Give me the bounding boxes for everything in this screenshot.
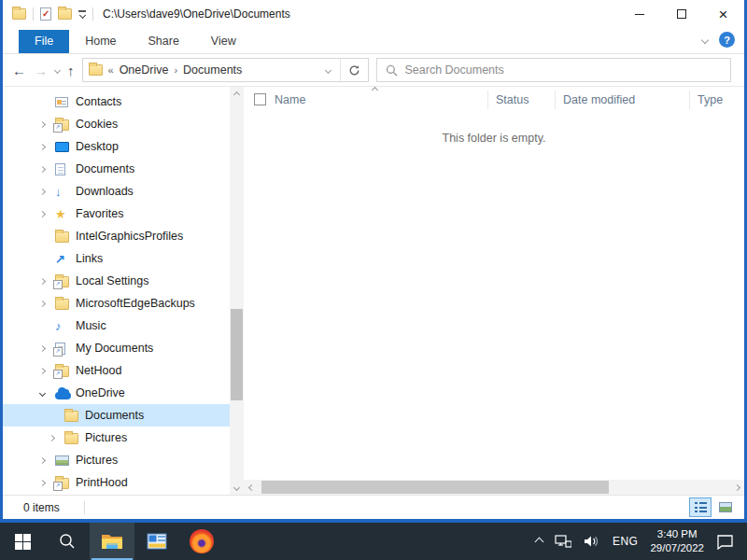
expand-ribbon-chevron-icon[interactable] [701,35,709,43]
picture-icon [55,455,76,466]
title-bar: C:\Users\dave9\OneDrive\Documents × [3,0,744,28]
tray-overflow-button[interactable] [536,539,543,545]
tree-item-links[interactable]: ↗Links [3,247,230,270]
chevron-right-icon[interactable] [39,479,46,485]
details-view-icon [695,502,707,512]
tree-item-pictures[interactable]: Pictures [3,427,230,449]
breadcrumb-overflow-button[interactable]: « [108,64,114,76]
tree-item-nethood[interactable]: NetHood [3,359,230,382]
select-all-checkbox[interactable] [254,93,266,105]
tree-item-intelgraphicsprofiles[interactable]: IntelGraphicsProfiles [3,225,230,247]
window-controls: × [618,0,744,28]
folder-icon [64,431,85,444]
cloud-icon [55,387,76,399]
breadcrumb-segment-documents[interactable]: Documents [183,63,242,77]
refresh-button[interactable] [340,59,368,81]
close-button[interactable]: × [702,0,744,28]
divider [33,7,34,21]
tree-item-local-settings[interactable]: Local Settings [3,270,230,292]
tree-item-label: MicrosoftEdgeBackups [76,297,195,310]
column-header-label: Type [698,93,723,106]
folder-icon [89,64,103,76]
forward-button[interactable]: → [34,63,48,77]
tree-item-my-documents[interactable]: My Documents [3,337,230,359]
folder-tree: ContactsCookiesDesktopDocuments↓Download… [3,91,230,494]
taskbar-file-explorer-button[interactable] [90,523,134,560]
tab-home[interactable]: Home [69,30,132,53]
folder-shortcut-icon [55,118,76,131]
maximize-button[interactable] [660,0,702,28]
back-button[interactable]: ← [12,63,26,77]
scroll-right-button[interactable] [729,480,744,495]
column-header-date-modified[interactable]: Date modified [556,91,690,109]
tab-view[interactable]: View [195,30,252,53]
chevron-right-icon[interactable] [39,277,46,284]
properties-check-icon[interactable] [40,7,51,21]
chevron-right-icon[interactable] [39,143,46,149]
tree-item-onedrive[interactable]: OneDrive [3,382,230,404]
tree-item-music[interactable]: ♪Music [3,315,230,337]
scrollbar-thumb[interactable] [231,309,243,400]
ribbon-tab-bar: FileHomeShareView ? [3,28,744,54]
taskbar-clock[interactable]: 3:40 PM 29/07/2022 [650,527,704,555]
column-header-status[interactable]: Status [488,91,556,109]
large-icons-view-button[interactable] [714,497,737,517]
details-view-button[interactable] [689,497,712,517]
minimize-icon [635,14,644,15]
tab-file[interactable]: File [19,30,69,53]
scroll-up-button[interactable] [230,87,244,102]
scroll-down-button[interactable] [230,480,244,495]
tree-item-favorites[interactable]: ★Favorites [3,203,230,225]
column-header-name[interactable]: Name [244,91,488,109]
chevron-right-icon[interactable] [39,367,46,373]
desktop: C:\Users\dave9\OneDrive\Documents × File… [0,0,747,560]
tree-item-pictures[interactable]: Pictures [3,449,230,471]
chevron-right-icon[interactable] [39,165,46,172]
search-icon [386,64,398,77]
address-bar[interactable]: « OneDrive › Documents [82,58,369,82]
customize-chevron-icon[interactable] [78,10,86,18]
expander-cell [40,212,55,217]
network-tray-button[interactable] [555,534,571,549]
chevron-right-icon[interactable] [39,120,46,127]
volume-tray-button[interactable] [584,534,600,549]
taskbar-search-button[interactable] [45,523,90,560]
recent-locations-chevron-icon[interactable] [54,66,61,73]
search-box[interactable] [376,58,732,82]
tree-item-contacts[interactable]: Contacts [3,91,230,113]
column-header-type[interactable]: Type [690,91,744,109]
minimize-button[interactable] [618,0,660,28]
horizontal-scrollbar[interactable] [244,480,744,495]
language-indicator[interactable]: ENG [613,535,639,548]
tree-item-documents[interactable]: Documents [3,158,230,180]
address-dropdown-button[interactable] [317,59,340,81]
scrollbar-thumb[interactable] [261,481,609,494]
tree-item-microsoftedgebackups[interactable]: MicrosoftEdgeBackups [3,292,230,315]
tree-item-cookies[interactable]: Cookies [3,113,230,135]
chevron-right-icon[interactable] [39,300,46,306]
chevron-right-icon[interactable] [39,456,46,463]
chevron-right-icon[interactable] [49,434,55,441]
new-folder-icon[interactable] [58,8,72,20]
tree-item-downloads[interactable]: ↓Downloads [3,180,230,203]
tree-item-desktop[interactable]: Desktop [3,135,230,158]
taskbar-system-window-button[interactable] [134,523,179,560]
search-input[interactable] [405,63,723,77]
system-window-icon [147,533,167,550]
start-button[interactable] [0,523,45,560]
up-button[interactable]: ↑ [67,63,75,77]
action-center-button[interactable] [716,534,734,550]
breadcrumb-segment-onedrive[interactable]: OneDrive [120,63,169,77]
help-icon[interactable]: ? [719,32,735,48]
tab-share[interactable]: Share [133,30,195,53]
chevron-right-icon[interactable] [39,210,46,217]
scroll-left-button[interactable] [244,480,259,495]
tree-item-documents[interactable]: Documents [3,404,230,427]
tree-item-printhood[interactable]: PrintHood [3,471,230,494]
tree-item-label: Cookies [76,118,118,131]
taskbar-firefox-button[interactable] [179,523,224,560]
chevron-right-icon[interactable] [39,188,46,194]
chevron-right-icon[interactable] [39,344,46,351]
sidebar-scrollbar[interactable] [230,87,244,495]
chevron-down-icon[interactable] [39,389,46,396]
